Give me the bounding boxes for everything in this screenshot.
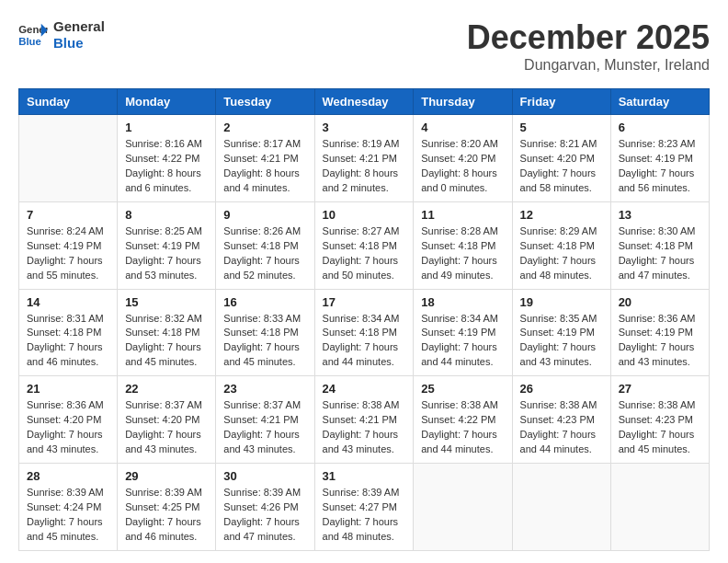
logo: General Blue General Blue — [18, 18, 105, 52]
day-info: Sunrise: 8:34 AM Sunset: 4:19 PM Dayligh… — [421, 312, 504, 371]
calendar-day-cell — [512, 464, 610, 551]
day-number: 15 — [125, 295, 208, 309]
day-number: 19 — [520, 295, 603, 309]
day-number: 20 — [619, 295, 701, 309]
day-number: 26 — [520, 382, 603, 396]
day-number: 27 — [619, 382, 701, 396]
day-number: 7 — [27, 208, 109, 222]
calendar-day-cell: 24Sunrise: 8:38 AM Sunset: 4:21 PM Dayli… — [314, 376, 414, 464]
calendar-day-cell: 28Sunrise: 8:39 AM Sunset: 4:24 PM Dayli… — [19, 464, 118, 551]
page-title: December 2025 — [467, 18, 710, 57]
calendar-day-cell — [610, 464, 709, 551]
calendar-day-cell: 20Sunrise: 8:36 AM Sunset: 4:19 PM Dayli… — [610, 289, 709, 376]
day-number: 11 — [421, 208, 504, 222]
calendar-day-cell: 21Sunrise: 8:36 AM Sunset: 4:20 PM Dayli… — [19, 376, 118, 464]
calendar-week-row: 28Sunrise: 8:39 AM Sunset: 4:24 PM Dayli… — [19, 464, 710, 551]
day-number: 10 — [323, 208, 406, 222]
calendar-day-cell: 4Sunrise: 8:20 AM Sunset: 4:20 PM Daylig… — [414, 115, 512, 202]
day-info: Sunrise: 8:38 AM Sunset: 4:22 PM Dayligh… — [421, 398, 504, 457]
calendar-day-cell: 14Sunrise: 8:31 AM Sunset: 4:18 PM Dayli… — [19, 289, 118, 376]
day-info: Sunrise: 8:33 AM Sunset: 4:18 PM Dayligh… — [223, 312, 306, 371]
day-number: 24 — [323, 382, 406, 396]
day-info: Sunrise: 8:27 AM Sunset: 4:18 PM Dayligh… — [323, 224, 406, 283]
calendar-header-row: SundayMondayTuesdayWednesdayThursdayFrid… — [19, 89, 710, 115]
day-info: Sunrise: 8:32 AM Sunset: 4:18 PM Dayligh… — [125, 312, 208, 371]
logo-line2: Blue — [53, 35, 105, 52]
calendar-day-cell: 6Sunrise: 8:23 AM Sunset: 4:19 PM Daylig… — [610, 115, 709, 202]
calendar-day-cell: 5Sunrise: 8:21 AM Sunset: 4:20 PM Daylig… — [512, 115, 610, 202]
day-number: 8 — [125, 208, 208, 222]
calendar-day-cell: 8Sunrise: 8:25 AM Sunset: 4:19 PM Daylig… — [118, 201, 216, 289]
calendar-day-cell: 19Sunrise: 8:35 AM Sunset: 4:19 PM Dayli… — [512, 289, 610, 376]
calendar-day-cell: 17Sunrise: 8:34 AM Sunset: 4:18 PM Dayli… — [314, 289, 414, 376]
day-number: 12 — [520, 208, 603, 222]
day-number: 28 — [27, 469, 109, 483]
day-number: 16 — [223, 295, 306, 309]
day-info: Sunrise: 8:25 AM Sunset: 4:19 PM Dayligh… — [125, 224, 208, 283]
calendar-day-cell: 30Sunrise: 8:39 AM Sunset: 4:26 PM Dayli… — [216, 464, 314, 551]
calendar-day-header: Saturday — [610, 89, 709, 115]
calendar-day-cell: 25Sunrise: 8:38 AM Sunset: 4:22 PM Dayli… — [414, 376, 512, 464]
calendar-day-cell: 31Sunrise: 8:39 AM Sunset: 4:27 PM Dayli… — [314, 464, 414, 551]
day-info: Sunrise: 8:24 AM Sunset: 4:19 PM Dayligh… — [27, 224, 109, 283]
day-number: 31 — [323, 469, 406, 483]
day-info: Sunrise: 8:19 AM Sunset: 4:21 PM Dayligh… — [323, 137, 406, 196]
page-header: General Blue General Blue December 2025 … — [18, 18, 710, 74]
day-number: 21 — [27, 382, 109, 396]
logo-line1: General — [53, 18, 105, 35]
day-number: 13 — [619, 208, 701, 222]
day-info: Sunrise: 8:29 AM Sunset: 4:18 PM Dayligh… — [520, 224, 603, 283]
calendar-day-cell: 26Sunrise: 8:38 AM Sunset: 4:23 PM Dayli… — [512, 376, 610, 464]
day-info: Sunrise: 8:38 AM Sunset: 4:23 PM Dayligh… — [520, 398, 603, 457]
day-number: 25 — [421, 382, 504, 396]
day-number: 30 — [223, 469, 306, 483]
day-number: 29 — [125, 469, 208, 483]
calendar-day-cell: 11Sunrise: 8:28 AM Sunset: 4:18 PM Dayli… — [414, 201, 512, 289]
calendar-day-header: Sunday — [19, 89, 118, 115]
day-info: Sunrise: 8:23 AM Sunset: 4:19 PM Dayligh… — [619, 137, 701, 196]
calendar-week-row: 7Sunrise: 8:24 AM Sunset: 4:19 PM Daylig… — [19, 201, 710, 289]
day-info: Sunrise: 8:16 AM Sunset: 4:22 PM Dayligh… — [125, 137, 208, 196]
day-number: 1 — [125, 121, 208, 134]
calendar-day-cell: 12Sunrise: 8:29 AM Sunset: 4:18 PM Dayli… — [512, 201, 610, 289]
day-info: Sunrise: 8:39 AM Sunset: 4:24 PM Dayligh… — [27, 486, 109, 545]
calendar-day-cell: 18Sunrise: 8:34 AM Sunset: 4:19 PM Dayli… — [414, 289, 512, 376]
day-info: Sunrise: 8:30 AM Sunset: 4:18 PM Dayligh… — [619, 224, 701, 283]
day-info: Sunrise: 8:35 AM Sunset: 4:19 PM Dayligh… — [520, 312, 603, 371]
calendar-day-cell: 27Sunrise: 8:38 AM Sunset: 4:23 PM Dayli… — [610, 376, 709, 464]
calendar-week-row: 21Sunrise: 8:36 AM Sunset: 4:20 PM Dayli… — [19, 376, 710, 464]
calendar-table: SundayMondayTuesdayWednesdayThursdayFrid… — [18, 88, 710, 551]
day-info: Sunrise: 8:34 AM Sunset: 4:18 PM Dayligh… — [323, 312, 406, 371]
calendar-week-row: 1Sunrise: 8:16 AM Sunset: 4:22 PM Daylig… — [19, 115, 710, 202]
calendar-day-header: Friday — [512, 89, 610, 115]
calendar-day-cell — [414, 464, 512, 551]
calendar-day-cell: 7Sunrise: 8:24 AM Sunset: 4:19 PM Daylig… — [19, 201, 118, 289]
calendar-day-cell: 9Sunrise: 8:26 AM Sunset: 4:18 PM Daylig… — [216, 201, 314, 289]
day-number: 5 — [520, 121, 603, 134]
day-number: 14 — [27, 295, 109, 309]
day-number: 2 — [223, 121, 306, 134]
calendar-day-cell: 2Sunrise: 8:17 AM Sunset: 4:21 PM Daylig… — [216, 115, 314, 202]
day-number: 18 — [421, 295, 504, 309]
day-info: Sunrise: 8:36 AM Sunset: 4:20 PM Dayligh… — [27, 398, 109, 457]
calendar-day-header: Monday — [118, 89, 216, 115]
day-number: 23 — [223, 382, 306, 396]
page-subtitle: Dungarvan, Munster, Ireland — [467, 57, 710, 74]
day-number: 4 — [421, 121, 504, 134]
calendar-day-cell: 10Sunrise: 8:27 AM Sunset: 4:18 PM Dayli… — [314, 201, 414, 289]
day-number: 6 — [619, 121, 701, 134]
calendar-day-header: Thursday — [414, 89, 512, 115]
day-number: 22 — [125, 382, 208, 396]
title-block: December 2025 Dungarvan, Munster, Irelan… — [467, 18, 710, 74]
day-info: Sunrise: 8:26 AM Sunset: 4:18 PM Dayligh… — [223, 224, 306, 283]
calendar-day-cell: 16Sunrise: 8:33 AM Sunset: 4:18 PM Dayli… — [216, 289, 314, 376]
calendar-day-cell: 23Sunrise: 8:37 AM Sunset: 4:21 PM Dayli… — [216, 376, 314, 464]
day-info: Sunrise: 8:21 AM Sunset: 4:20 PM Dayligh… — [520, 137, 603, 196]
calendar-day-header: Tuesday — [216, 89, 314, 115]
calendar-day-cell: 29Sunrise: 8:39 AM Sunset: 4:25 PM Dayli… — [118, 464, 216, 551]
day-info: Sunrise: 8:20 AM Sunset: 4:20 PM Dayligh… — [421, 137, 504, 196]
day-info: Sunrise: 8:31 AM Sunset: 4:18 PM Dayligh… — [27, 312, 109, 371]
day-info: Sunrise: 8:39 AM Sunset: 4:26 PM Dayligh… — [223, 486, 306, 545]
day-info: Sunrise: 8:38 AM Sunset: 4:23 PM Dayligh… — [619, 398, 701, 457]
calendar-day-cell: 13Sunrise: 8:30 AM Sunset: 4:18 PM Dayli… — [610, 201, 709, 289]
